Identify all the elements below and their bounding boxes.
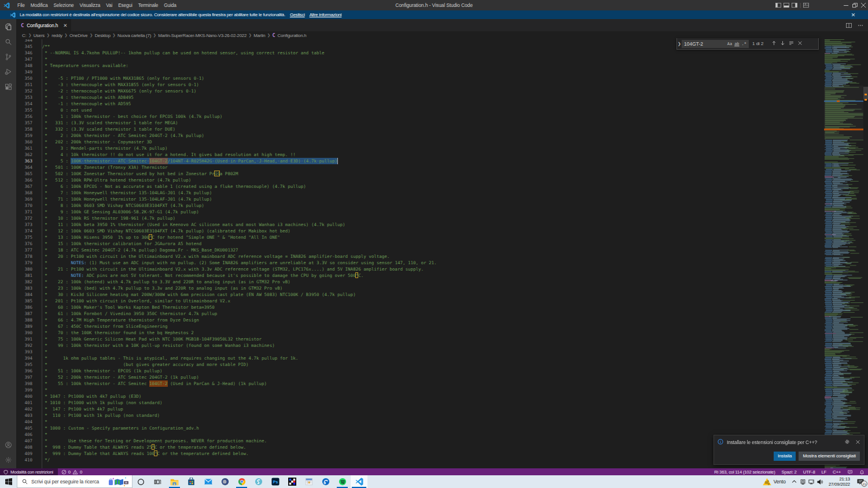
- breadcrumb-item[interactable]: C:: [22, 33, 26, 38]
- minimize-button[interactable]: [842, 0, 851, 10]
- install-button[interactable]: Installa: [774, 452, 796, 461]
- taskbar-app-microsoft-store[interactable]: [183, 475, 200, 488]
- taskbar-app-chrome[interactable]: [233, 475, 250, 488]
- problems-status[interactable]: 0 0: [58, 469, 86, 475]
- more-actions-icon[interactable]: [858, 20, 863, 31]
- notification-message: Installare le estensioni consigliate per…: [727, 439, 839, 445]
- show-hidden-icons-chevron[interactable]: [790, 479, 799, 484]
- restricted-mode-status[interactable]: Modalità con restrizioni: [0, 468, 58, 475]
- tab-close-icon[interactable]: ✕: [63, 23, 67, 28]
- search-placeholder: Scrivi qui per eseguire la ricerca: [31, 479, 106, 485]
- menu-terminale[interactable]: Terminale: [135, 0, 161, 10]
- menu-esegui[interactable]: Esegui: [115, 0, 135, 10]
- menu-bar: FileModificaSelezioneVisualizzaVaiEsegui…: [14, 0, 179, 10]
- match-case-icon[interactable]: Aa: [726, 42, 733, 46]
- eol-status[interactable]: LF: [821, 469, 826, 475]
- volume-tray-icon[interactable]: [816, 479, 825, 485]
- find-input[interactable]: 104GT-2 Aa ab .*: [682, 40, 749, 48]
- regex-icon[interactable]: .*: [741, 42, 748, 46]
- menu-vai[interactable]: Vai: [103, 0, 115, 10]
- notification-settings-gear-icon[interactable]: [844, 439, 850, 446]
- breadcrumb-item[interactable]: Users: [34, 33, 45, 38]
- breadcrumb-separator-icon: ❯: [249, 33, 252, 38]
- breadcrumb-item[interactable]: Desktop: [95, 33, 111, 38]
- banner-manage-link[interactable]: Gestisci: [290, 12, 305, 17]
- menu-guida[interactable]: Guida: [161, 0, 179, 10]
- language-mode-status[interactable]: C++: [833, 469, 841, 475]
- taskbar-app-photoshop[interactable]: Ps: [267, 475, 284, 488]
- customize-layout-icon[interactable]: [802, 0, 810, 10]
- find-in-selection-icon[interactable]: [787, 40, 796, 47]
- minimap[interactable]: [824, 39, 863, 468]
- tray-date: 27/09/2022: [829, 482, 850, 487]
- menu-modifica[interactable]: Modifica: [28, 0, 51, 10]
- find-close-icon[interactable]: [796, 40, 804, 47]
- find-expand-chevron-icon[interactable]: ❯: [677, 38, 682, 49]
- taskbar-app-browser-dark[interactable]: [216, 475, 233, 488]
- split-editor-icon[interactable]: [846, 20, 852, 31]
- run-debug-icon[interactable]: [0, 64, 16, 79]
- editor-scrollbar[interactable]: [863, 39, 868, 468]
- breadcrumb-item[interactable]: Configuration.h: [278, 33, 307, 38]
- find-next-icon[interactable]: [778, 40, 787, 47]
- whole-word-icon[interactable]: ab: [733, 42, 740, 46]
- source-control-icon[interactable]: [0, 49, 16, 64]
- toggle-secondary-sidebar-icon[interactable]: [790, 0, 799, 10]
- breadcrumb-item[interactable]: OneDrive: [69, 33, 87, 38]
- extensions-icon[interactable]: [0, 79, 16, 94]
- toggle-panel-icon[interactable]: [782, 0, 790, 10]
- taskbar-app-app-blue-circle[interactable]: [317, 475, 334, 488]
- taskbar-app-cortana[interactable]: [133, 475, 149, 488]
- menu-visualizza[interactable]: Visualizza: [77, 0, 104, 10]
- indentation-status[interactable]: Spazi: 2: [782, 469, 797, 475]
- breadcrumb-item[interactable]: Nuova cartella (7): [117, 33, 151, 38]
- weather-widget[interactable]: Vento: [763, 478, 786, 486]
- menu-file[interactable]: File: [14, 0, 28, 10]
- cursor-position-status[interactable]: Ri 363, col 114 (102 selezionate): [714, 469, 775, 475]
- taskbar-app-pixel-grid[interactable]: [284, 475, 300, 488]
- unicode-highlight-box: [154, 450, 157, 456]
- taskbar-app-calendar[interactable]: [300, 475, 317, 488]
- menu-selezione[interactable]: Selezione: [50, 0, 76, 10]
- taskbar-clock[interactable]: 21:13 27/09/2022: [829, 476, 850, 487]
- vscode-logo-icon: [3, 2, 10, 9]
- taskbar-app-vscode[interactable]: [351, 475, 367, 488]
- close-button[interactable]: [859, 0, 868, 10]
- explorer-icon[interactable]: [0, 19, 16, 34]
- device-tray-icon[interactable]: [799, 479, 807, 485]
- breadcrumb-separator-icon: ❯: [112, 33, 115, 38]
- code-editor[interactable]: /** * --NORMAL IS 4.7kohm PULLUP!-- 1koh…: [16, 39, 824, 468]
- taskbar-search-box[interactable]: Scrivi qui per eseguire la ricerca: [17, 475, 133, 488]
- find-query[interactable]: 104GT-2: [684, 41, 726, 47]
- restore-button[interactable]: [851, 0, 859, 10]
- account-icon[interactable]: [0, 437, 16, 452]
- settings-gear-icon[interactable]: [0, 452, 16, 467]
- taskbar-app-mail[interactable]: [200, 475, 216, 488]
- notification-close-icon[interactable]: [855, 439, 860, 446]
- tab-configuration-h[interactable]: C Configuration.h ✕: [16, 19, 71, 31]
- feedback-icon[interactable]: [847, 469, 853, 475]
- breadcrumb-item[interactable]: reddy: [52, 33, 62, 38]
- layout-controls: |: [774, 0, 810, 10]
- notifications-bell-icon[interactable]: [859, 469, 865, 475]
- find-previous-icon[interactable]: [770, 40, 778, 47]
- taskbar-app-file-explorer[interactable]: [166, 475, 183, 488]
- breadcrumb-item[interactable]: Marlin-SuperRacer-MKS-Nano-V3-26-02-2022: [158, 33, 247, 38]
- taskbar-app-task-view[interactable]: [149, 475, 166, 488]
- breadcrumb-item[interactable]: Marlin: [253, 33, 265, 38]
- activity-bar: [0, 19, 16, 468]
- network-tray-icon[interactable]: [807, 479, 816, 485]
- show-recommendations-button[interactable]: Mostra elementi consigliati: [799, 452, 860, 461]
- scrollbar-slider[interactable]: [863, 87, 868, 99]
- search-icon[interactable]: [0, 34, 16, 49]
- start-button[interactable]: [0, 475, 17, 488]
- taskbar-app-app-teal-s[interactable]: [250, 475, 267, 488]
- toggle-sidebar-icon[interactable]: [774, 0, 782, 10]
- banner-learn-more-link[interactable]: Altre informazioni: [310, 12, 342, 17]
- action-center-button[interactable]: 21: [854, 475, 867, 488]
- encoding-status[interactable]: UTF-8: [803, 469, 815, 475]
- info-icon: [718, 439, 723, 446]
- banner-close-icon[interactable]: ✕: [851, 12, 855, 18]
- taskbar-app-spotify[interactable]: [334, 475, 351, 488]
- vscode-banner-icon: [10, 12, 16, 18]
